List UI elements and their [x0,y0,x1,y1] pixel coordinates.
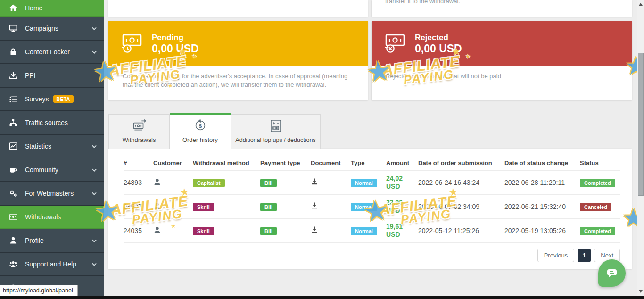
customer-icon[interactable] [153,178,193,188]
pending-card: Pending 0,00 USD Commissions waiting for… [108,21,368,100]
scroll-down-arrow-icon[interactable] [639,290,643,293]
sidebar: Home Campaigns Content Locker PPI Survey… [0,0,104,296]
col-header-method: Withdrawal method [193,159,260,166]
col-header-changed: Date of status change [504,159,580,166]
sidebar-item-label: Home [25,4,42,12]
customer-icon[interactable] [153,226,193,236]
sidebar-item-surveys[interactable]: Surveys BETA [0,88,104,111]
sidebar-item-support-and-help[interactable]: Support and Help [0,253,104,276]
document-download-icon[interactable] [311,226,351,235]
document-download-icon[interactable] [311,202,351,211]
tab-label: Order history [182,136,218,143]
scrollbar-thumb[interactable] [638,53,644,196]
sidebar-item-label: Statistics [25,142,51,150]
chevron-down-icon [92,25,97,30]
chat-button[interactable] [598,259,626,287]
scrolled-card-right: transfer it to the withdrawal. [372,0,632,17]
payment-type-badge: Bill [260,179,277,187]
amount-value: 19,61 [386,223,415,231]
col-header-submitted: Date of order submission [418,159,504,166]
sidebar-item-label: Traffic sources [25,119,68,126]
sidebar-item-label: Profile [25,237,44,244]
mug-icon [8,165,18,174]
sidebar-item-label: Surveys [25,95,49,103]
date-changed: 2022-06-28 11:20:11 [504,179,580,186]
type-badge: Normal [351,179,377,187]
col-header-status: Status [580,159,620,166]
tab-bar: Withdrawals $ Order history [108,113,632,149]
sidebar-item-label: For Webmasters [25,190,74,197]
beta-badge: BETA [53,95,74,103]
pending-title: Pending [152,33,199,42]
col-header-customer: Customer [153,159,193,166]
rejected-amount: 0,00 USD [415,42,462,55]
date-submitted: 2022-06-07 02:34:09 [418,203,504,210]
chevron-down-icon [92,191,97,195]
chevron-down-icon [92,143,97,148]
status-badge: Completed [580,179,615,187]
sidebar-item-label: Campaigns [25,25,58,32]
amount-currency: USD [386,231,415,239]
rejected-description: Rejected commissions that will not be pa… [372,66,632,81]
sidebar-item-campaigns[interactable]: Campaigns [0,17,104,41]
sidebar-item-label: Content Locker [25,48,70,56]
chevron-down-icon [92,49,97,54]
banknotes-out-icon [132,117,147,133]
scroll-up-arrow-icon[interactable] [639,3,643,6]
sidebar-item-profile[interactable]: Profile [0,229,104,253]
withdrawal-method-badge: Skrill [193,227,214,235]
chart-icon [8,141,18,151]
col-header-payment: Payment type [260,159,311,166]
sidebar-item-for-webmasters[interactable]: For Webmasters [0,182,104,206]
date-submitted: 2022-06-24 16:43:24 [418,179,504,186]
col-header-id: # [124,159,153,166]
sidebar-item-traffic-sources[interactable]: Traffic sources [0,111,104,135]
sidebar-item-withdrawals[interactable]: Withdrawals [0,206,104,229]
sidebar-item-content-locker[interactable]: Content Locker [0,41,104,64]
sidebar-item-ppi[interactable]: PPI [0,64,104,88]
previous-page-button[interactable]: Previous [537,249,575,262]
payment-type-badge: Bill [260,203,277,211]
scrolled-card-left [108,0,368,17]
pagination: Previous 1 Next [124,249,620,262]
checklist-icon [8,94,18,104]
tab-label: Additional top ups / deductions [235,137,315,143]
col-header-amount: Amount [386,159,418,166]
amount-value: 23,90 [386,199,415,207]
page-number-button[interactable]: 1 [578,249,591,262]
table-header-row: # Customer Withdrawal method Payment typ… [124,155,620,171]
document-download-icon[interactable] [311,178,351,187]
sidebar-item-label: Withdrawals [25,213,61,221]
tab-order-history[interactable]: $ Order history [170,113,231,149]
vertical-scrollbar[interactable] [637,0,644,296]
tab-additional-topups[interactable]: Additional top ups / deductions [231,114,321,149]
download-icon [8,71,18,80]
withdrawals-panel: Withdrawals $ Order history [108,113,632,269]
status-badge: Canceled [580,203,611,211]
gears-icon [8,189,18,198]
order-id: 24507 [124,203,153,210]
status-url-tooltip: https://mylead.global/panel [0,285,78,296]
sidebar-item-statistics[interactable]: Statistics [0,135,104,158]
banknote-icon [8,212,18,222]
payment-type-badge: Bill [260,227,277,235]
svg-text:$: $ [198,123,202,129]
tab-withdrawals[interactable]: Withdrawals [108,114,170,149]
home-icon [8,3,18,13]
people-icon [8,259,18,269]
tab-label: Withdrawals [123,136,156,143]
banknote-clock-icon [122,34,143,54]
pending-card-header: Pending 0,00 USD [108,21,368,66]
rejected-card-header: Rejected 0,00 USD [372,21,632,66]
order-id: 24893 [124,179,153,186]
withdrawal-method-badge: Skrill [193,203,214,211]
date-changed: 2022-05-19 13:05:26 [504,227,580,234]
myLead-panel-screen: transfer it to the withdrawal. Pending 0… [0,0,644,299]
sidebar-item-home[interactable]: Home [0,0,104,17]
sidebar-item-community[interactable]: Community [0,158,104,182]
type-badge: Normal [351,203,377,211]
status-badge: Completed [580,227,615,235]
chevron-down-icon [92,167,97,172]
customer-icon[interactable] [153,202,193,212]
type-badge: Normal [351,227,377,235]
